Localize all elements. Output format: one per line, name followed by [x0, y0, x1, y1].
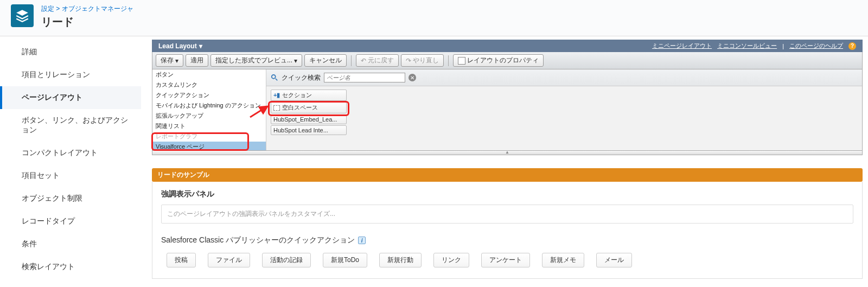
category-custom-links[interactable]: カスタムリンク	[152, 80, 266, 90]
layout-properties-button[interactable]: レイアウトのプロパティ	[453, 54, 544, 67]
page-help-link[interactable]: このページのヘルプ	[789, 42, 843, 50]
quick-actions-row: 投稿 ファイル 活動の記録 新規ToDo 新規行動 リンク アンケート 新規メモ…	[161, 252, 853, 269]
category-visualforce-pages[interactable]: Visualforce ページ	[152, 142, 266, 150]
chevron-down-icon: ▾	[199, 42, 202, 50]
breadcrumb: 設定 > オブジェクトマネージャ	[41, 4, 133, 14]
quick-action-new-todo[interactable]: 新規ToDo	[323, 253, 367, 267]
quick-action-new-event[interactable]: 新規行動	[379, 253, 422, 267]
save-button[interactable]: 保存 ▾	[156, 54, 183, 67]
palette: ボタン カスタムリンク クイックアクション モバイルおよび Lightning …	[152, 69, 863, 151]
quick-find-label: クイック検索	[282, 73, 321, 82]
category-report-charts[interactable]: レポートグラフ	[152, 131, 266, 142]
sidebar-item-fields[interactable]: 項目とリレーション	[0, 63, 141, 86]
sidebar-item-search-layouts[interactable]: 検索レイアウト	[0, 256, 141, 278]
category-quick-actions[interactable]: クイックアクション	[152, 90, 266, 100]
breadcrumb-object-manager[interactable]: オブジェクトマネージャ	[62, 5, 133, 12]
sample-header: リードのサンプル	[152, 168, 863, 182]
quick-find-input[interactable]	[324, 73, 405, 82]
palette-item-hubspot-embed-lead[interactable]: HubSpot_Embed_Lea...	[271, 114, 347, 124]
classic-publisher-actions-title: Salesforce Classic パブリッシャーのクイックアクション i	[161, 235, 853, 245]
properties-icon	[458, 57, 465, 65]
sidebar-item-record-types[interactable]: レコードタイプ	[0, 210, 141, 233]
sidebar-item-buttons-links-actions[interactable]: ボタン、リンク、およびアクション	[0, 109, 141, 142]
quick-action-mail[interactable]: メール	[596, 253, 632, 267]
apply-button[interactable]: 適用	[186, 54, 208, 67]
palette-categories[interactable]: ボタン カスタムリンク クイックアクション モバイルおよび Lightning …	[152, 69, 266, 150]
clear-search-icon[interactable]: ✕	[409, 74, 416, 81]
category-mobile-lightning-actions[interactable]: モバイルおよび Lightning のアクション	[152, 100, 266, 111]
palette-item-hubspot-lead-inte[interactable]: HubSpot Lead Inte...	[271, 125, 347, 135]
sample-body: 強調表示パネル このページレイアウトの強調表示パネルをカスタマイズ... Sal…	[152, 182, 863, 279]
svg-line-1	[276, 79, 278, 81]
redo-button[interactable]: ↷ やり直し	[401, 54, 444, 67]
quick-action-new-memo[interactable]: 新規メモ	[542, 253, 584, 267]
page-title: リード	[41, 15, 133, 29]
category-related-lists[interactable]: 関連リスト	[152, 121, 266, 131]
category-expanded-lookups[interactable]: 拡張ルックアップ	[152, 111, 266, 121]
svg-point-0	[272, 75, 276, 79]
category-buttons[interactable]: ボタン	[152, 69, 266, 80]
mini-page-layout-link[interactable]: ミニページレイアウト	[652, 42, 712, 50]
palette-item-blank-space[interactable]: 空白スペース	[271, 102, 347, 113]
search-icon	[271, 74, 278, 81]
palette-item-area: +▮セクション 空白スペース HubSpot_Embed_Lea... HubS…	[266, 86, 862, 150]
sidebar-item-detail[interactable]: 詳細	[0, 41, 141, 63]
sidebar-item-conditions[interactable]: 条件	[0, 233, 141, 256]
info-icon[interactable]: i	[358, 237, 366, 244]
page-header: 設定 > オブジェクトマネージャ リード	[0, 0, 868, 36]
quick-action-survey[interactable]: アンケート	[481, 253, 530, 267]
undo-button[interactable]: ↶ 元に戻す	[356, 54, 399, 67]
highlight-panel-title: 強調表示パネル	[161, 189, 853, 199]
layout-titlebar: Lead Layout ▾ ミニページレイアウト ミニコンソールビュー | この…	[152, 40, 863, 52]
quick-action-file[interactable]: ファイル	[208, 253, 250, 267]
palette-item-section[interactable]: +▮セクション	[271, 90, 347, 101]
mini-console-view-link[interactable]: ミニコンソールビュー	[717, 42, 777, 50]
sidebar-item-object-limits[interactable]: オブジェクト制限	[0, 187, 141, 210]
layout-title-dropdown[interactable]: Lead Layout ▾	[158, 42, 202, 50]
quick-action-post[interactable]: 投稿	[167, 253, 196, 267]
breadcrumb-setup[interactable]: 設定	[41, 5, 54, 12]
palette-search-bar: クイック検索 ✕	[266, 69, 862, 86]
palette-collapse-handle[interactable]: ▲	[152, 151, 863, 155]
sidebar-item-page-layouts[interactable]: ページレイアウト	[0, 86, 141, 109]
quick-action-log-activity[interactable]: 活動の記録	[262, 253, 311, 267]
cancel-button[interactable]: キャンセル	[304, 54, 347, 67]
sidebar-item-field-sets[interactable]: 項目セット	[0, 164, 141, 187]
preview-as-button[interactable]: 指定した形式でプレビュ... ▾	[210, 54, 302, 67]
highlight-panel-box[interactable]: このページレイアウトの強調表示パネルをカスタマイズ...	[161, 205, 853, 224]
toolbar: 保存 ▾ 適用 指定した形式でプレビュ... ▾ キャンセル ↶ 元に戻す ↷ …	[152, 52, 863, 69]
help-icon[interactable]: ?	[848, 42, 856, 50]
object-icon	[11, 4, 34, 27]
layout-title-label: Lead Layout	[158, 42, 197, 50]
sidebar: 詳細 項目とリレーション ページレイアウト ボタン、リンク、およびアクション コ…	[0, 36, 141, 284]
sidebar-item-compact-layouts[interactable]: コンパクトレイアウト	[0, 142, 141, 164]
quick-action-link[interactable]: リンク	[433, 253, 469, 267]
